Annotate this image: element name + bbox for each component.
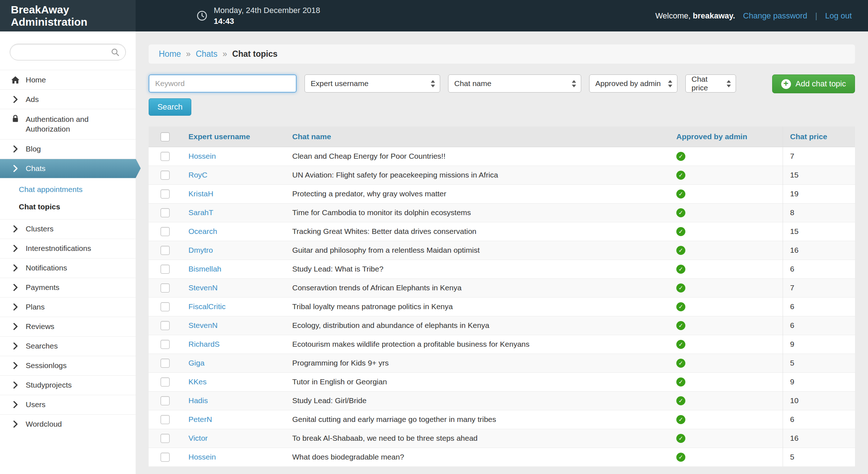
expert-username-link[interactable]: KKes: [188, 377, 207, 386]
expert-username-link[interactable]: Bismellah: [188, 265, 221, 273]
row-checkbox[interactable]: [161, 359, 170, 368]
sidebar-search-input[interactable]: [10, 44, 126, 60]
sidebar-item-searches[interactable]: Searches: [0, 336, 136, 356]
select-all-checkbox[interactable]: [161, 132, 170, 141]
add-chat-topic-button[interactable]: Add chat topic: [772, 74, 855, 93]
row-checkbox[interactable]: [161, 377, 170, 387]
plus-icon: [781, 79, 791, 89]
row-checkbox[interactable]: [161, 171, 170, 180]
approved-sort-link[interactable]: Approved by admin: [676, 132, 747, 141]
table-row: Hadis Study Lead: Girl/Bride 10: [149, 391, 855, 410]
expert-username-link[interactable]: RoyC: [188, 171, 208, 179]
row-checkbox[interactable]: [161, 227, 170, 236]
table-row: Hossein What does biodegradable mean? 5: [149, 448, 855, 466]
chat-price-sort-link[interactable]: Chat price: [790, 132, 827, 141]
breadcrumb-chats-link[interactable]: Chats: [196, 49, 217, 59]
sidebar-item-clusters[interactable]: Clusters: [0, 219, 136, 239]
expert-username-link[interactable]: KristaH: [188, 189, 213, 198]
row-checkbox[interactable]: [161, 246, 170, 255]
approved-cell: [669, 316, 783, 335]
row-checkbox[interactable]: [161, 321, 170, 330]
chat-name-sort-link[interactable]: Chat name: [292, 132, 331, 141]
chat-name-filter-select[interactable]: Chat name: [448, 74, 581, 93]
row-checkbox[interactable]: [161, 152, 170, 161]
sidebar-item-interestnotifications[interactable]: Interestnotifications: [0, 239, 136, 258]
row-checkbox[interactable]: [161, 434, 170, 443]
expert-username-cell: PeterN: [181, 410, 285, 429]
chat-name-cell: Clean and Cheap Energy for Poor Countrie…: [285, 147, 669, 166]
breadcrumb-home-link[interactable]: Home: [159, 49, 181, 59]
row-checkbox-cell: [149, 166, 181, 184]
row-checkbox[interactable]: [161, 283, 170, 292]
chat-price-cell: 15: [783, 222, 855, 241]
row-checkbox[interactable]: [161, 396, 170, 405]
sidebar-subitem-chat-topics[interactable]: Chat topics: [0, 198, 136, 215]
expert-username-link[interactable]: FiscalCritic: [188, 302, 226, 311]
approved-check-icon: [676, 283, 685, 292]
sidebar-item-sessionlogs[interactable]: Sessionlogs: [0, 356, 136, 375]
approved-check-icon: [676, 415, 685, 424]
expert-username-cell: Hossein: [181, 448, 285, 466]
row-checkbox[interactable]: [161, 415, 170, 424]
expert-username-link[interactable]: RichardS: [188, 340, 220, 348]
row-checkbox-cell: [149, 297, 181, 316]
sidebar-item-users[interactable]: Users: [0, 395, 136, 414]
change-password-link[interactable]: Change password: [743, 11, 807, 21]
expert-username-link[interactable]: Victor: [188, 434, 208, 442]
expert-username-link[interactable]: Giga: [188, 359, 204, 367]
sidebar-subitem-chat-appointments[interactable]: Chat appointments: [0, 181, 136, 198]
chat-name-cell: Ecotourism makes wildlife protection a p…: [285, 335, 669, 354]
expert-username-link[interactable]: Dmytro: [188, 246, 213, 254]
expert-username-link[interactable]: StevenN: [188, 321, 218, 329]
logout-link[interactable]: Log out: [825, 11, 852, 21]
search-button[interactable]: Search: [149, 98, 191, 116]
expert-username-link[interactable]: PeterN: [188, 415, 212, 423]
chevron-right-icon: [11, 245, 20, 252]
chat-price-cell: 7: [783, 147, 855, 166]
expert-username-link[interactable]: Hadis: [188, 396, 208, 405]
sidebar-item-ads[interactable]: Ads: [0, 89, 136, 109]
row-checkbox-cell: [149, 354, 181, 372]
expert-username-link[interactable]: SarahT: [188, 208, 213, 217]
keyword-search-group: Search: [149, 74, 297, 116]
sidebar-item-plans[interactable]: Plans: [0, 297, 136, 317]
row-checkbox[interactable]: [161, 265, 170, 274]
sidebar-item-reviews[interactable]: Reviews: [0, 317, 136, 336]
sidebar-item-payments[interactable]: Payments: [0, 278, 136, 297]
header-date: Monday, 24th December 2018: [214, 6, 320, 15]
header-user-area: Welcome, breakaway. Change password | Lo…: [655, 11, 868, 21]
sidebar-item-studyprojects[interactable]: Studyprojects: [0, 375, 136, 395]
header-datetime: Monday, 24th December 2018 14:43: [196, 6, 320, 26]
keyword-input[interactable]: [149, 74, 297, 93]
sidebar-item-wordcloud[interactable]: Wordcloud: [0, 414, 136, 434]
main-content: Home » Chats » Chat topics Search Expert…: [136, 31, 868, 474]
row-checkbox[interactable]: [161, 208, 170, 217]
expert-username-sort-link[interactable]: Expert username: [188, 132, 250, 141]
sidebar-item-chats[interactable]: Chats: [0, 159, 141, 178]
approved-cell: [669, 203, 783, 222]
expert-username-link[interactable]: StevenN: [188, 283, 218, 292]
row-checkbox[interactable]: [161, 302, 170, 311]
chat-name-cell: To break Al-Shabaab, we need to be three…: [285, 429, 669, 448]
approved-by-admin-filter-select[interactable]: Approved by admin: [589, 74, 677, 93]
expert-username-filter-select[interactable]: Expert username: [305, 74, 440, 93]
table-row: RoyC UN Aviation: Flight safety for peac…: [149, 166, 855, 184]
row-checkbox-cell: [149, 184, 181, 203]
expert-username-link[interactable]: Hossein: [188, 453, 216, 461]
expert-username-link[interactable]: Hossein: [188, 152, 216, 160]
approved-cell: [669, 372, 783, 391]
sidebar-item-blog[interactable]: Blog: [0, 139, 136, 159]
sidebar-item-home[interactable]: Home: [0, 70, 136, 89]
row-checkbox[interactable]: [161, 453, 170, 462]
approved-cell: [669, 241, 783, 260]
sidebar-item-notifications[interactable]: Notifications: [0, 258, 136, 278]
row-checkbox[interactable]: [161, 189, 170, 198]
expert-username-link[interactable]: Ocearch: [188, 227, 217, 235]
col-header-chat-name: Chat name: [285, 127, 669, 147]
approved-cell: [669, 147, 783, 166]
chat-price-filter-select[interactable]: Chat price: [685, 74, 736, 93]
row-checkbox-cell: [149, 372, 181, 391]
chevron-right-icon: [11, 264, 20, 272]
sidebar-item-authentication[interactable]: Authentication and Authorization: [0, 109, 136, 139]
row-checkbox[interactable]: [161, 340, 170, 349]
